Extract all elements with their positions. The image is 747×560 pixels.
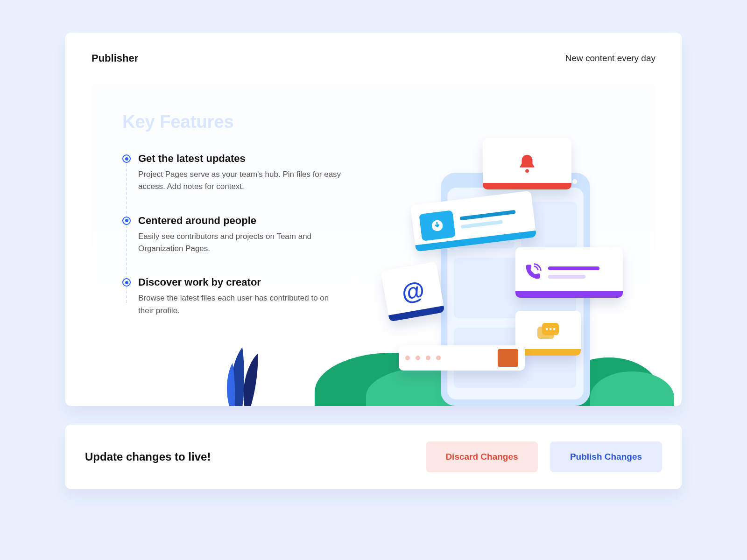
publish-button[interactable]: Publish Changes bbox=[550, 441, 662, 472]
section-title: Publisher bbox=[92, 52, 138, 64]
timeline-dot-icon bbox=[122, 217, 131, 225]
mention-widget: @ bbox=[381, 261, 444, 322]
feature-title: Discover work by creator bbox=[138, 276, 342, 288]
feature-title: Get the latest updates bbox=[138, 153, 342, 165]
feature-item: Get the latest updates Project Pages ser… bbox=[138, 153, 342, 193]
discard-button[interactable]: Discard Changes bbox=[426, 441, 538, 472]
download-icon bbox=[430, 218, 444, 233]
chat-icon bbox=[536, 323, 561, 343]
search-widget bbox=[399, 345, 525, 371]
feature-title: Centered around people bbox=[138, 215, 342, 227]
section-tagline: New content every day bbox=[565, 53, 655, 63]
feature-desc: Browse the latest files each user has co… bbox=[138, 292, 342, 317]
svg-point-4 bbox=[546, 328, 548, 330]
chat-widget bbox=[515, 311, 581, 356]
action-prompt: Update changes to live! bbox=[85, 450, 211, 463]
feature-desc: Easily see contributors and projects on … bbox=[138, 231, 342, 255]
svg-point-0 bbox=[525, 169, 529, 173]
notification-widget bbox=[483, 138, 571, 189]
plant-icon bbox=[217, 347, 268, 406]
bell-icon bbox=[516, 153, 538, 175]
svg-point-6 bbox=[553, 328, 556, 330]
features-timeline: Get the latest updates Project Pages ser… bbox=[122, 153, 342, 317]
card-header: Publisher New content every day bbox=[65, 33, 682, 78]
feature-desc: Project Pages serve as your team's hub. … bbox=[138, 168, 342, 193]
action-buttons: Discard Changes Publish Changes bbox=[426, 441, 662, 472]
timeline-dot-icon bbox=[122, 154, 131, 163]
phone-icon bbox=[523, 263, 542, 282]
at-icon: @ bbox=[399, 276, 426, 307]
hero-illustration: @ bbox=[329, 154, 655, 406]
features-block: Key Features Get the latest updates Proj… bbox=[122, 112, 342, 317]
features-heading: Key Features bbox=[122, 112, 342, 132]
svg-point-5 bbox=[550, 328, 552, 330]
preview-surface: Key Features Get the latest updates Proj… bbox=[92, 84, 655, 406]
action-bar: Update changes to live! Discard Changes … bbox=[65, 425, 682, 489]
preview-card: Publisher New content every day Key Feat… bbox=[65, 33, 682, 406]
feature-item: Centered around people Easily see contri… bbox=[138, 215, 342, 255]
timeline-dot-icon bbox=[122, 278, 131, 287]
feature-item: Discover work by creator Browse the late… bbox=[138, 276, 342, 317]
call-widget bbox=[515, 247, 623, 298]
